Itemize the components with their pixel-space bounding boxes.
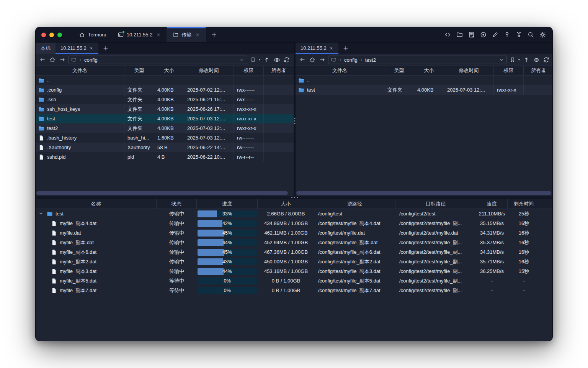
app-home-tab[interactable]: Termora bbox=[74, 27, 112, 42]
column-header[interactable]: 大小 bbox=[414, 66, 444, 75]
transfer-row[interactable]: myfile_副本4.dat传输中42%434.86MB / 1.00GB/co… bbox=[36, 219, 553, 228]
search-icon[interactable] bbox=[526, 30, 535, 39]
file-row[interactable]: .ssh文件夹4.00KB2025-06-21 15:...rwx------ bbox=[36, 95, 294, 104]
column-header[interactable]: 文件名 bbox=[36, 66, 124, 75]
column-header[interactable]: 所有者 bbox=[264, 66, 294, 75]
refresh-icon[interactable] bbox=[283, 56, 291, 64]
transfer-source-path: /config/test/myfile_副本4.dat bbox=[314, 220, 395, 227]
column-header[interactable]: 文件名 bbox=[296, 66, 384, 75]
keychain-icon[interactable] bbox=[514, 30, 523, 39]
horizontal-scrollbar[interactable] bbox=[296, 191, 551, 195]
show-hidden-eye-icon[interactable] bbox=[273, 56, 281, 64]
column-header[interactable]: 所有者 bbox=[524, 66, 553, 75]
file-row[interactable]: .config文件夹4.00KB2025-07-02 12:...rwx----… bbox=[36, 85, 294, 95]
chevron-down-icon[interactable] bbox=[240, 58, 244, 62]
column-header[interactable]: 修改时间 bbox=[444, 66, 494, 75]
transfer-row[interactable]: myfile_副本.dat传输中44%452.94MB / 1.00GB/con… bbox=[36, 238, 553, 247]
tab-remote-10-211-55-2[interactable]: 10.211.55.2 bbox=[296, 43, 338, 54]
column-header[interactable]: 源路径 bbox=[314, 199, 395, 209]
add-pane-tab-button[interactable] bbox=[338, 43, 353, 54]
path-segment[interactable]: test2 bbox=[365, 57, 376, 63]
forward-icon[interactable] bbox=[58, 56, 67, 64]
file-row[interactable]: sshd.pidpid4 B2025-06-22 10:...rw-r--r-- bbox=[36, 152, 294, 162]
horizontal-splitter[interactable] bbox=[36, 196, 553, 199]
tab-transfer[interactable]: 传输 bbox=[167, 27, 206, 42]
upload-icon[interactable] bbox=[522, 56, 531, 64]
back-icon[interactable] bbox=[298, 56, 307, 64]
transfer-row[interactable]: myfile_副本6.dat传输中45%467.36MB / 1.00GB/co… bbox=[36, 247, 553, 257]
file-row[interactable]: ssh_host_keys文件夹4.00KB2025-06-26 17:...r… bbox=[36, 104, 294, 114]
cell-name: myfile_副本4.dat bbox=[36, 220, 157, 227]
column-header[interactable]: 目标路径 bbox=[395, 199, 476, 209]
bookmark-icon[interactable] bbox=[508, 56, 517, 64]
record-icon[interactable] bbox=[479, 30, 488, 39]
horizontal-scrollbar[interactable] bbox=[36, 191, 288, 195]
chevron-down-icon[interactable] bbox=[499, 58, 504, 62]
column-header[interactable]: 类型 bbox=[124, 66, 154, 75]
transfer-row[interactable]: myfile_副本2.dat传输中43%450.00MB / 1.00GB/co… bbox=[36, 257, 553, 266]
column-header[interactable]: 速度 bbox=[476, 199, 508, 209]
home-icon[interactable] bbox=[48, 56, 57, 64]
column-header[interactable]: 状态 bbox=[157, 199, 197, 209]
chevron-down-icon[interactable] bbox=[39, 211, 44, 217]
caret-down-icon[interactable] bbox=[518, 58, 521, 61]
column-header[interactable]: 进度 bbox=[197, 199, 258, 209]
refresh-icon[interactable] bbox=[542, 56, 550, 64]
column-header[interactable]: 剩余时间 bbox=[508, 199, 540, 209]
minimize-window-button[interactable] bbox=[49, 33, 54, 37]
home-icon[interactable] bbox=[308, 56, 317, 64]
file-row[interactable]: .bash_historybash_hi...1.60KB2025-07-03 … bbox=[36, 133, 294, 143]
forward-icon[interactable] bbox=[318, 56, 327, 64]
transfer-row[interactable]: myfile_副本5.dat等待中0%0 B / 1.00GB/config/t… bbox=[36, 276, 553, 286]
column-header[interactable]: 权限 bbox=[234, 66, 264, 75]
tab-host-10-211-55-2[interactable]: 10.211.55.2 bbox=[112, 27, 167, 42]
folder-icon[interactable] bbox=[455, 30, 464, 39]
tab-remote-10-211-55-2[interactable]: 10.211.55.2 bbox=[56, 43, 98, 54]
close-icon[interactable] bbox=[89, 46, 93, 50]
bookmark-icon[interactable] bbox=[249, 56, 257, 64]
settings-gear-icon[interactable] bbox=[538, 30, 547, 39]
column-header[interactable]: 修改时间 bbox=[184, 66, 234, 75]
transfer-row[interactable]: myfile_副本3.dat传输中44%453.16MB / 1.00GB/co… bbox=[36, 266, 553, 276]
progress-bar: 44% bbox=[198, 268, 257, 275]
file-row[interactable]: .XauthorityXauthority58 B2025-06-22 14:.… bbox=[36, 143, 294, 152]
left-path-input[interactable]: config bbox=[68, 56, 247, 64]
close-window-button[interactable] bbox=[41, 33, 46, 37]
right-path-input[interactable]: config test2 bbox=[328, 56, 507, 64]
path-segment[interactable]: config bbox=[84, 57, 98, 63]
back-icon[interactable] bbox=[38, 56, 47, 64]
file-row[interactable]: test文件夹4.00KB2025-07-03 12:...rwxr-xr-x bbox=[296, 85, 553, 95]
code-icon[interactable] bbox=[443, 30, 452, 39]
path-segment[interactable]: config bbox=[344, 57, 358, 63]
transfer-row[interactable]: test传输中33%2.66GB / 8.00GB/config/test/co… bbox=[36, 209, 553, 219]
new-tab-button[interactable] bbox=[206, 27, 222, 42]
column-header[interactable]: 大小 bbox=[258, 199, 314, 209]
close-icon[interactable] bbox=[329, 46, 333, 50]
file-row[interactable]: test2文件夹4.00KB2025-07-03 12:...rwxr-xr-x bbox=[36, 123, 294, 133]
right-table-header: 文件名 类型 大小 修改时间 权限 所有者 bbox=[296, 66, 553, 76]
log-icon[interactable] bbox=[467, 30, 476, 39]
file-row[interactable]: .. bbox=[36, 76, 294, 85]
key-icon[interactable] bbox=[502, 30, 511, 39]
close-icon[interactable] bbox=[156, 33, 161, 37]
column-header[interactable]: 名称 bbox=[36, 199, 157, 209]
transfer-row[interactable]: myfile_副本7.dat等待中0%0 B / 1.00GB/config/t… bbox=[36, 286, 553, 295]
cell-size bbox=[154, 76, 184, 85]
caret-down-icon[interactable] bbox=[258, 58, 261, 61]
file-row[interactable]: test文件夹4.00KB2025-07-03 12:...rwxr-xr-x bbox=[36, 114, 294, 123]
zoom-window-button[interactable] bbox=[57, 33, 62, 37]
transfer-speed: 35.15MB/s bbox=[476, 220, 508, 226]
show-hidden-eye-icon[interactable] bbox=[532, 56, 541, 64]
transfer-target-path: /config/test2/test/myfile_副... bbox=[395, 258, 476, 265]
column-header[interactable]: 权限 bbox=[494, 66, 524, 75]
close-icon[interactable] bbox=[195, 33, 200, 37]
tab-local[interactable]: 本机 bbox=[36, 43, 56, 54]
edit-icon[interactable] bbox=[490, 30, 500, 39]
transfer-row[interactable]: myfile.dat传输中45%462.11MB / 1.00GB/config… bbox=[36, 228, 553, 238]
cell-owner bbox=[264, 152, 294, 162]
column-header[interactable]: 类型 bbox=[384, 66, 414, 75]
upload-icon[interactable] bbox=[263, 56, 271, 64]
column-header[interactable]: 大小 bbox=[154, 66, 184, 75]
add-pane-tab-button[interactable] bbox=[98, 43, 113, 54]
file-row[interactable]: .. bbox=[296, 76, 553, 85]
